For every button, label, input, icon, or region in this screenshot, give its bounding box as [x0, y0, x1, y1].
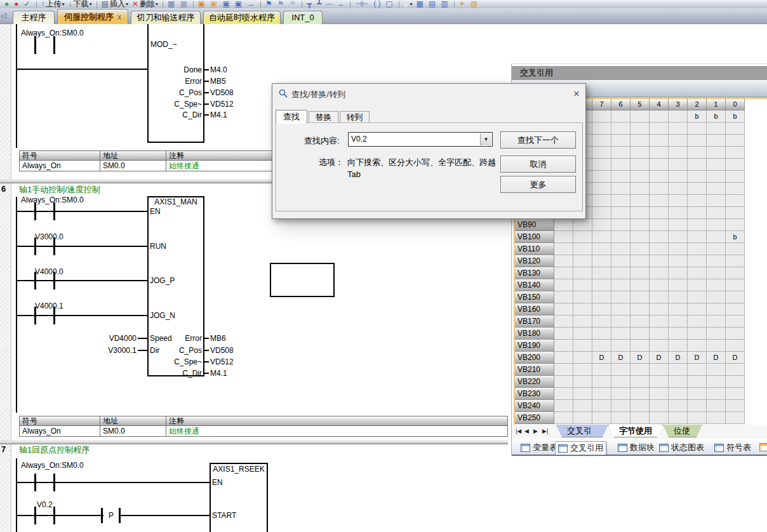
goto-button[interactable]: →	[247, 0, 256, 8]
insert-button[interactable]: ▤插入▾	[102, 0, 128, 8]
grid-cell[interactable]	[554, 303, 573, 316]
grid-cell[interactable]	[726, 135, 745, 147]
grid-cell[interactable]	[726, 303, 745, 316]
grid-cell[interactable]	[573, 340, 592, 352]
grid-cell[interactable]	[726, 219, 745, 231]
grid-cell[interactable]	[688, 243, 707, 255]
combo-dropdown-icon[interactable]: ▼	[480, 133, 491, 145]
wizard-doc-button[interactable]: ▨	[470, 0, 479, 8]
grid-cell[interactable]	[630, 110, 650, 123]
addressing-button[interactable]: ▮▾	[404, 0, 413, 8]
grid-cell[interactable]	[707, 255, 726, 267]
grid-cell[interactable]	[726, 195, 745, 207]
grid-col-header[interactable]: 5	[630, 99, 650, 110]
grid-cell[interactable]	[592, 123, 611, 135]
grid-cell[interactable]	[650, 291, 669, 303]
grid-cell[interactable]	[554, 364, 573, 376]
delete-button[interactable]: ✕删除▾	[132, 0, 158, 8]
grid-cell[interactable]	[688, 159, 707, 171]
grid-cell[interactable]	[650, 412, 669, 424]
grid-row-header[interactable]: VB210	[515, 364, 554, 376]
grid-cell[interactable]	[592, 364, 611, 376]
grid-cell[interactable]	[688, 183, 707, 195]
grid-cell[interactable]	[630, 340, 650, 352]
bookmark-clear-button[interactable]: ⚑	[290, 0, 298, 8]
grid-col-header[interactable]: 6	[611, 99, 630, 110]
grid-cell[interactable]	[630, 388, 650, 400]
cross-reference-button[interactable]: 交叉引用	[555, 441, 606, 455]
grid-cell[interactable]	[707, 388, 726, 400]
grid-cell[interactable]	[630, 195, 650, 207]
tab-find[interactable]: 查找	[276, 110, 307, 124]
grid-cell[interactable]	[726, 328, 745, 340]
grid-cell[interactable]	[669, 255, 688, 267]
grid-cell[interactable]	[707, 267, 726, 279]
grid-cell[interactable]	[688, 231, 707, 243]
grid-cell[interactable]	[592, 328, 611, 340]
grid-cell[interactable]	[554, 328, 573, 340]
status-chart-button[interactable]: ▤	[429, 0, 437, 8]
grid-cell[interactable]	[650, 316, 669, 328]
grid-cell[interactable]	[688, 291, 707, 303]
grid-row-header[interactable]: VB130	[515, 267, 554, 279]
dialog-titlebar[interactable]: 查找/替换/转到 ×	[272, 84, 585, 104]
grid-cell[interactable]	[592, 243, 611, 255]
download-button[interactable]: ↓下载▾	[69, 0, 92, 8]
pou-button[interactable]: ▦	[180, 0, 188, 8]
grid-cell[interactable]	[669, 159, 688, 171]
grid-cell[interactable]	[630, 364, 650, 376]
grid-cell[interactable]	[650, 207, 669, 219]
symbol-table-button[interactable]: ▦	[417, 0, 425, 8]
grid-cell[interactable]	[573, 303, 592, 316]
grid-cell[interactable]	[707, 135, 726, 147]
grid-cell[interactable]: D	[650, 352, 669, 364]
grid-cell[interactable]	[573, 388, 592, 400]
grid-cell[interactable]	[573, 219, 592, 231]
grid-cell[interactable]	[592, 219, 611, 231]
grid-row-header[interactable]: VB170	[515, 316, 554, 328]
grid-cell[interactable]	[669, 291, 688, 303]
grid-cell[interactable]	[650, 279, 669, 291]
grid-cell[interactable]	[669, 195, 688, 207]
find-replace-dialog[interactable]: 查找/替换/转到 × 查找 替换 转到 查找内容: V0.2 ▼ 查找下一个 取…	[272, 83, 586, 219]
tab-int0[interactable]: INT_0	[283, 11, 323, 24]
grid-cell[interactable]	[669, 231, 688, 243]
grid-cell[interactable]	[726, 243, 745, 255]
grid-row-header[interactable]: VB150	[515, 291, 554, 303]
grid-col-header[interactable]: 4	[650, 99, 669, 110]
grid-cell[interactable]	[707, 279, 726, 291]
project-tree-button[interactable]: ▦	[168, 0, 176, 8]
grid-cell[interactable]: b	[707, 110, 726, 123]
cascade-window-button[interactable]: ▣	[198, 0, 206, 8]
grid-cell[interactable]	[611, 231, 630, 243]
grid-cell[interactable]	[554, 340, 573, 352]
grid-cell[interactable]	[592, 376, 611, 388]
grid-col-header[interactable]: 0	[726, 99, 745, 110]
tab-replace[interactable]: 替换	[309, 111, 338, 123]
grid-cell[interactable]	[688, 267, 707, 279]
grid-cell[interactable]	[630, 267, 650, 279]
new-window-button[interactable]: ▣	[235, 0, 243, 8]
branch-up-button[interactable]: ┻	[317, 0, 323, 8]
grid-cell[interactable]	[650, 303, 669, 316]
arrange-window-button[interactable]: ▣	[222, 0, 230, 8]
grid-cell[interactable]	[611, 316, 630, 328]
tab-close-icon[interactable]: x	[117, 13, 121, 22]
more-button[interactable]: 更多	[500, 176, 576, 193]
grid-cell[interactable]	[592, 400, 611, 412]
grid-cell[interactable]	[592, 207, 611, 219]
grid-cell[interactable]	[611, 303, 630, 316]
grid-cell[interactable]: D	[630, 352, 650, 364]
grid-cell[interactable]	[707, 123, 726, 135]
cancel-button[interactable]: 取消	[500, 156, 576, 173]
grid-cell[interactable]	[688, 328, 707, 340]
grid-cell[interactable]	[554, 352, 573, 364]
contact-button[interactable]: ⊣⊢	[355, 0, 370, 8]
grid-cell[interactable]	[611, 328, 630, 340]
grid-cell[interactable]	[630, 400, 650, 412]
coil-button[interactable]: ( )	[373, 0, 382, 8]
grid-cell[interactable]	[726, 291, 745, 303]
grid-cell[interactable]	[554, 291, 573, 303]
empty-box[interactable]	[270, 263, 335, 297]
grid-cell[interactable]	[554, 400, 573, 412]
